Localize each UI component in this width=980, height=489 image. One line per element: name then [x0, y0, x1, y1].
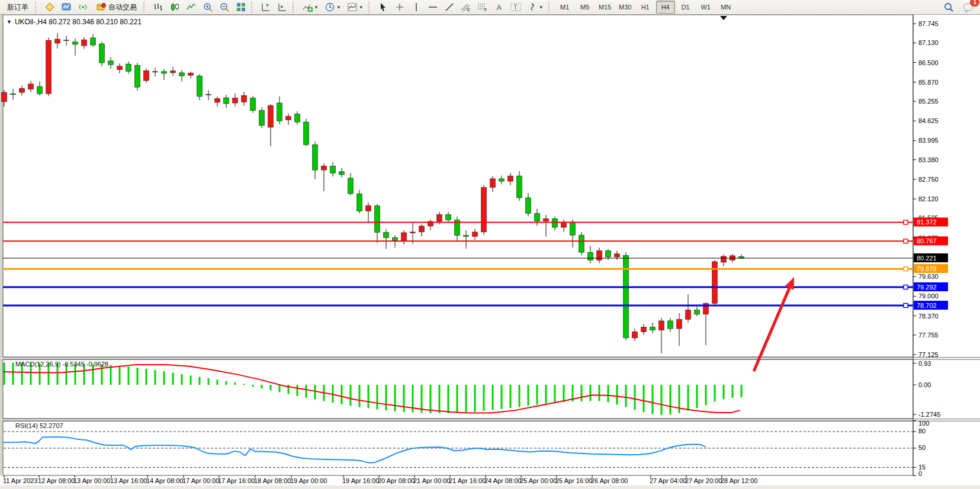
arrows-icon: [527, 2, 538, 12]
bar-chart-icon: [153, 2, 163, 12]
zoom-in-icon: [203, 2, 213, 12]
label-tool-button[interactable]: T: [508, 1, 523, 14]
autotrading-icon: [96, 2, 107, 12]
timeframe-h1[interactable]: H1: [636, 1, 655, 14]
toolbar-grip: [143, 2, 147, 12]
terminal-button[interactable]: [59, 1, 74, 14]
autotrading-label: 自动交易: [108, 2, 137, 12]
timeframe-m15[interactable]: M15: [596, 1, 615, 14]
rsi-indicator-label: RSI(14) 52.2707: [15, 422, 63, 429]
new-order-button[interactable]: 新订单: [3, 1, 33, 14]
toolbar-grip: [368, 2, 372, 12]
templates-icon: [347, 2, 358, 12]
chevron-down-icon: ▼: [314, 5, 319, 10]
horizontal-line-tool-button[interactable]: [425, 1, 441, 14]
toolbar-grip: [251, 2, 255, 12]
chart-title: ▼ UKOil-,H4 80.272 80.346 80.210 80.221: [7, 18, 142, 26]
templates-button[interactable]: ▼: [345, 1, 366, 14]
vertical-line-tool-button[interactable]: [409, 1, 424, 14]
toolbar-right-group: 1: [940, 1, 976, 14]
macd-indicator-label: MACD(12,26,9) -0.5345 -0.9628: [15, 361, 108, 368]
terminal-icon: [61, 2, 72, 12]
text-label-icon: T: [510, 2, 521, 12]
trendline-icon: [444, 2, 455, 12]
date-axis[interactable]: [0, 475, 980, 489]
toolbar-grip: [35, 2, 39, 12]
crosshair-tool-button[interactable]: [392, 1, 407, 14]
price-axis[interactable]: [914, 15, 980, 475]
zoom-in-button[interactable]: [200, 1, 216, 14]
zoom-out-icon: [219, 2, 230, 12]
chart-title-text: UKOil-,H4 80.272 80.346 80.210 80.221: [15, 18, 142, 26]
svg-text:F: F: [484, 8, 487, 12]
timeframe-mn[interactable]: MN: [716, 1, 735, 14]
chevron-down-icon: ▼: [7, 19, 12, 25]
text-tool-button[interactable]: A: [491, 1, 507, 14]
timeframe-m1[interactable]: M1: [555, 1, 574, 14]
arrows-tool-button[interactable]: ▼: [525, 1, 546, 14]
tile-windows-button[interactable]: [233, 1, 249, 14]
clock-icon: [324, 2, 335, 12]
auto-scroll-button[interactable]: [275, 1, 290, 14]
gold-diamond-icon: [44, 2, 55, 12]
timeframe-w1[interactable]: W1: [696, 1, 715, 14]
text-icon: A: [494, 2, 505, 12]
cursor-icon: [378, 2, 388, 12]
candlestick-icon: [169, 2, 180, 12]
chevron-down-icon: ▼: [336, 5, 341, 10]
rsi-panel[interactable]: [3, 421, 913, 475]
autotrading-button[interactable]: 自动交易: [92, 1, 141, 14]
indicators-button[interactable]: ▼: [300, 1, 321, 14]
tile-windows-icon: [236, 2, 246, 12]
timeframe-group: M1M5M15M30H1H4D1W1MN: [555, 1, 736, 14]
bar-chart-button[interactable]: [150, 1, 166, 14]
chart-shift-button[interactable]: [258, 1, 274, 14]
cursor-tool-button[interactable]: [375, 1, 391, 14]
auto-scroll-icon: [277, 2, 288, 12]
chevron-down-icon: ▼: [539, 5, 544, 10]
timeframe-m5[interactable]: M5: [576, 1, 595, 14]
indicators-icon: [302, 2, 313, 12]
toolbar: 新订单 自动交易 ▼ ▼ ▼ E F A T ▼ M1M5M15M30H1H4D…: [0, 0, 980, 15]
fibonacci-tool-button[interactable]: F: [475, 1, 490, 14]
timeframe-d1[interactable]: D1: [676, 1, 695, 14]
vertical-line-icon: [411, 2, 422, 12]
zoom-out-button[interactable]: [217, 1, 232, 14]
chevron-down-icon: ▼: [359, 5, 364, 10]
toolbar-grip: [548, 2, 552, 12]
notifications-button[interactable]: 1: [960, 1, 976, 14]
crosshair-icon: [394, 2, 405, 12]
candlestick-chart-button[interactable]: [167, 1, 182, 14]
fibonacci-icon: F: [477, 2, 488, 12]
signal-icon: [78, 2, 88, 12]
main-chart-area[interactable]: [3, 15, 913, 357]
timeframe-h4[interactable]: H4: [656, 1, 675, 14]
horizontal-line-icon: [428, 2, 438, 12]
timeframe-m30[interactable]: M30: [616, 1, 635, 14]
notification-badge: 1: [970, 0, 979, 7]
search-button[interactable]: [941, 1, 956, 14]
periods-button[interactable]: ▼: [322, 1, 343, 14]
trendline-tool-button[interactable]: [442, 1, 457, 14]
toolbar-grip: [293, 2, 297, 12]
search-icon: [943, 2, 954, 12]
svg-text:T: T: [513, 4, 517, 11]
svg-text:E: E: [467, 8, 470, 12]
signals-button[interactable]: [75, 1, 91, 14]
macd-panel[interactable]: [3, 359, 913, 419]
channel-tool-button[interactable]: E: [458, 1, 474, 14]
equidistant-channel-icon: E: [461, 2, 471, 12]
line-chart-icon: [186, 2, 197, 12]
metaquotes-button[interactable]: [42, 1, 57, 14]
chart-shift-icon: [261, 2, 271, 12]
line-chart-button[interactable]: [184, 1, 199, 14]
